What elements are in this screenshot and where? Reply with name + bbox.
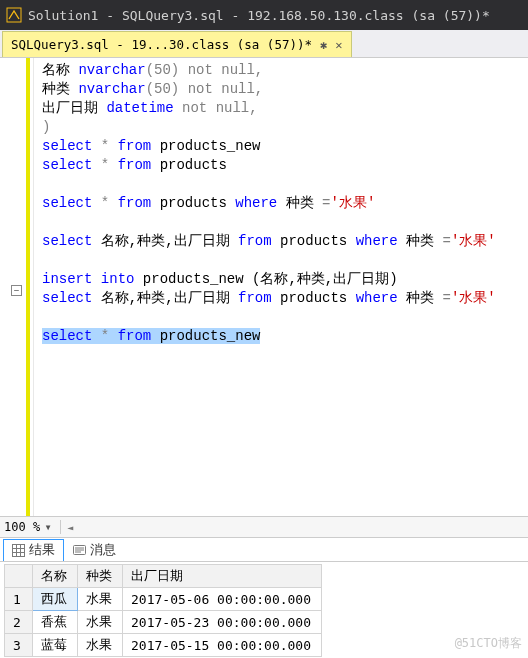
- window-title: Solution1 - SQLQuery3.sql - 192.168.50.1…: [28, 8, 490, 23]
- cell-name[interactable]: 香蕉: [33, 611, 78, 634]
- table-row[interactable]: 1 西瓜 水果 2017-05-06 00:00:00.000: [5, 588, 322, 611]
- watermark: @51CTO博客: [455, 635, 522, 652]
- tab-results-label: 结果: [29, 542, 55, 559]
- scroll-left-icon[interactable]: ◄: [67, 522, 73, 533]
- row-number: 2: [5, 611, 33, 634]
- tab-label: SQLQuery3.sql - 19...30.class (sa (57))*: [11, 37, 312, 52]
- results-grid[interactable]: 名称 种类 出厂日期 1 西瓜 水果 2017-05-06 00:00:00.0…: [4, 564, 322, 657]
- cell-date[interactable]: 2017-05-15 00:00:00.000: [123, 634, 322, 657]
- cell-kind[interactable]: 水果: [78, 611, 123, 634]
- grid-header-name[interactable]: 名称: [33, 565, 78, 588]
- window-title-bar: Solution1 - SQLQuery3.sql - 192.168.50.1…: [0, 0, 528, 30]
- grid-header-row: 名称 种类 出厂日期: [5, 565, 322, 588]
- table-row[interactable]: 2 香蕉 水果 2017-05-23 00:00:00.000: [5, 611, 322, 634]
- cell-name[interactable]: 西瓜: [33, 588, 78, 611]
- cell-date[interactable]: 2017-05-23 00:00:00.000: [123, 611, 322, 634]
- sql-editor[interactable]: − 名称 nvarchar(50) not null, 种类 nvarchar(…: [0, 58, 528, 516]
- code-area[interactable]: 名称 nvarchar(50) not null, 种类 nvarchar(50…: [34, 58, 528, 516]
- tab-sqlquery3[interactable]: SQLQuery3.sql - 19...30.class (sa (57))*…: [2, 31, 352, 57]
- results-panel: 名称 种类 出厂日期 1 西瓜 水果 2017-05-06 00:00:00.0…: [0, 562, 528, 658]
- editor-zoom-bar: 100 % ▾ ◄: [0, 516, 528, 538]
- document-tab-strip: SQLQuery3.sql - 19...30.class (sa (57))*…: [0, 30, 528, 58]
- app-icon: [6, 7, 22, 23]
- cell-date[interactable]: 2017-05-06 00:00:00.000: [123, 588, 322, 611]
- grid-header-date[interactable]: 出厂日期: [123, 565, 322, 588]
- grid-header-kind[interactable]: 种类: [78, 565, 123, 588]
- table-row[interactable]: 3 蓝莓 水果 2017-05-15 00:00:00.000: [5, 634, 322, 657]
- grid-icon: [12, 544, 25, 557]
- tab-close-icon[interactable]: ✕: [335, 39, 342, 51]
- tab-messages[interactable]: 消息: [64, 539, 125, 561]
- separator: [60, 520, 61, 534]
- tab-pin-icon[interactable]: ✱: [320, 39, 327, 51]
- zoom-dropdown-icon[interactable]: ▾: [42, 520, 54, 534]
- row-number: 3: [5, 634, 33, 657]
- cell-kind[interactable]: 水果: [78, 588, 123, 611]
- tab-messages-label: 消息: [90, 542, 116, 559]
- editor-gutter: −: [0, 58, 34, 516]
- message-icon: [73, 544, 86, 557]
- zoom-level[interactable]: 100 %: [4, 520, 40, 534]
- cell-kind[interactable]: 水果: [78, 634, 123, 657]
- tab-results[interactable]: 结果: [3, 539, 64, 561]
- grid-header-rownum[interactable]: [5, 565, 33, 588]
- collapse-toggle-icon[interactable]: −: [11, 285, 22, 296]
- change-indicator: [26, 58, 30, 516]
- cell-name[interactable]: 蓝莓: [33, 634, 78, 657]
- results-tab-strip: 结果 消息: [0, 538, 528, 562]
- svg-rect-1: [13, 545, 25, 557]
- row-number: 1: [5, 588, 33, 611]
